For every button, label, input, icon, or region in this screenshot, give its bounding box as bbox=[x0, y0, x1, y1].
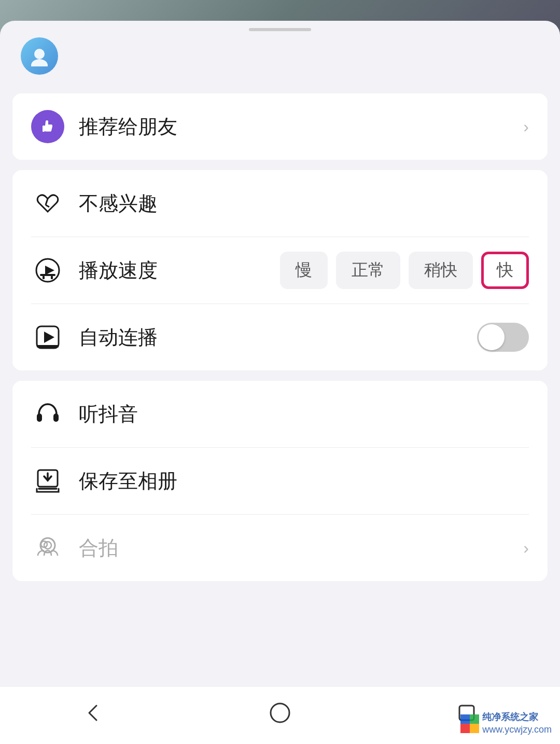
svg-marker-11 bbox=[44, 332, 54, 343]
thumbs-up-icon-wrap bbox=[31, 110, 64, 143]
avatar bbox=[21, 37, 58, 75]
speed-buttons: 慢 正常 稍快 快 bbox=[280, 252, 529, 289]
svg-line-4 bbox=[46, 205, 49, 207]
back-button[interactable] bbox=[73, 692, 114, 734]
svg-point-0 bbox=[34, 49, 45, 59]
watermark-text: 纯净系统之家 www.ycwjzy.com bbox=[482, 711, 552, 736]
collab-icon bbox=[31, 531, 64, 564]
auto-play-toggle[interactable] bbox=[477, 323, 529, 352]
auto-play-item[interactable]: 自动连播 bbox=[12, 304, 548, 370]
download-icon bbox=[31, 464, 64, 498]
collab-label: 合拍 bbox=[79, 535, 523, 561]
save-album-label: 保存至相册 bbox=[79, 468, 529, 494]
listen-item[interactable]: 听抖音 bbox=[12, 381, 548, 447]
svg-rect-24 bbox=[460, 724, 470, 733]
options-card: 不感兴趣 播放速度 慢 正常 稍快 快 bbox=[12, 170, 548, 370]
svg-rect-9 bbox=[51, 276, 53, 279]
speed-normal[interactable]: 正常 bbox=[336, 252, 400, 289]
home-button[interactable] bbox=[259, 692, 301, 734]
svg-rect-25 bbox=[470, 724, 479, 733]
headphone-icon bbox=[31, 397, 64, 431]
broken-heart-icon bbox=[31, 187, 64, 220]
avatar-row bbox=[0, 31, 560, 83]
toggle-thumb bbox=[479, 324, 505, 350]
svg-point-1 bbox=[31, 59, 48, 66]
recommend-card: 推荐给朋友 › bbox=[12, 93, 548, 160]
svg-point-19 bbox=[44, 542, 51, 549]
play-speed-item: 播放速度 慢 正常 稍快 快 bbox=[12, 237, 548, 304]
collab-item[interactable]: 合拍 › bbox=[12, 515, 548, 581]
play-speed-label: 播放速度 bbox=[79, 257, 280, 284]
thumbs-up-icon bbox=[31, 110, 64, 143]
svg-rect-12 bbox=[37, 345, 59, 348]
svg-point-20 bbox=[271, 704, 289, 722]
svg-rect-7 bbox=[40, 274, 55, 276]
auto-play-label: 自动连播 bbox=[79, 324, 477, 351]
svg-rect-22 bbox=[460, 714, 470, 724]
not-interested-item[interactable]: 不感兴趣 bbox=[12, 170, 548, 237]
speed-fast[interactable]: 快 bbox=[481, 252, 529, 289]
listen-label: 听抖音 bbox=[79, 401, 529, 428]
save-album-item[interactable]: 保存至相册 bbox=[12, 448, 548, 514]
auto-play-icon bbox=[31, 321, 64, 354]
not-interested-label: 不感兴趣 bbox=[79, 190, 529, 217]
watermark: 纯净系统之家 www.ycwjzy.com bbox=[460, 711, 552, 736]
svg-rect-23 bbox=[470, 714, 479, 724]
svg-line-3 bbox=[46, 199, 48, 205]
speed-slightly-fast[interactable]: 稍快 bbox=[409, 252, 473, 289]
svg-rect-13 bbox=[37, 414, 42, 422]
play-speed-icon bbox=[31, 254, 64, 287]
svg-rect-14 bbox=[53, 414, 59, 422]
recommend-label: 推荐给朋友 bbox=[79, 114, 523, 140]
recommend-item[interactable]: 推荐给朋友 › bbox=[12, 93, 548, 160]
bottom-sheet: 推荐给朋友 › 不感兴趣 bbox=[0, 21, 560, 744]
speed-slow[interactable]: 慢 bbox=[280, 252, 328, 289]
svg-rect-2 bbox=[43, 126, 45, 132]
collab-chevron: › bbox=[523, 539, 529, 558]
recommend-chevron: › bbox=[523, 117, 529, 136]
actions-card: 听抖音 保存至相册 bbox=[12, 381, 548, 581]
svg-rect-8 bbox=[43, 276, 45, 279]
svg-marker-6 bbox=[45, 266, 54, 275]
